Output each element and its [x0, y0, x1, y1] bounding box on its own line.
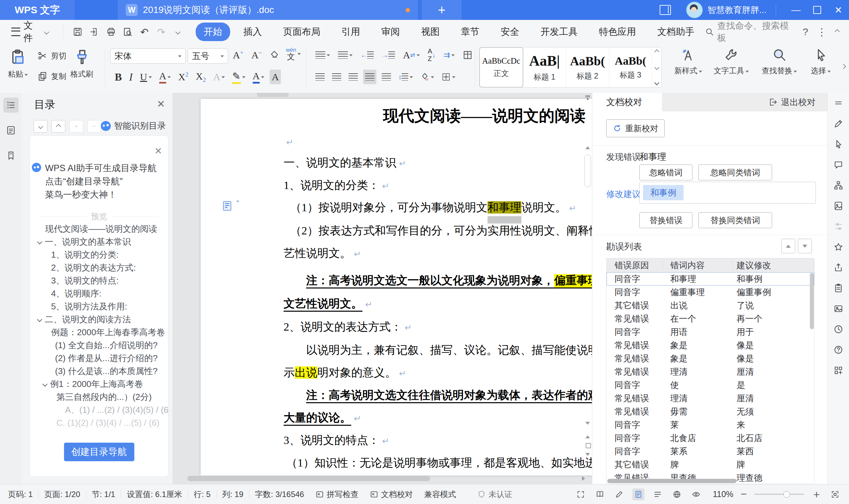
minimize-button[interactable]: — [785, 0, 807, 20]
borders-button[interactable] [439, 70, 457, 84]
styles-more[interactable] [654, 80, 659, 86]
errata-row-0[interactable]: 同音字和事理和事例 [607, 272, 814, 286]
decrease-indent-button[interactable]: ← [359, 48, 376, 62]
errata-row-5[interactable]: 常见错误象是像是 [607, 339, 814, 352]
style-normal[interactable]: AaBbCcDc 正文 [479, 47, 523, 88]
align-right-button[interactable] [347, 70, 360, 84]
replace-same-button[interactable]: 替换同类错词 [699, 212, 772, 228]
toc-item-11[interactable]: (3) 什么是该...的本质属性? [30, 365, 168, 378]
toc-panel-button[interactable] [3, 97, 19, 113]
web-view-button[interactable] [671, 488, 683, 500]
zoom-slider[interactable] [754, 494, 804, 495]
errata-next-button[interactable] [798, 239, 812, 253]
new-tab-button[interactable]: + [422, 0, 462, 20]
status-item-3[interactable]: 设置值: 6.1厘米 [127, 489, 182, 500]
margin-comment-button[interactable] [221, 200, 239, 212]
shading-button[interactable] [418, 70, 436, 84]
find-replace-button[interactable]: 查找替换 [758, 48, 801, 76]
menu-tab-7[interactable]: 安全 [493, 22, 527, 41]
errata-row-8[interactable]: 同音字使是 [607, 378, 814, 392]
status-item-5[interactable]: 列: 19 [222, 489, 243, 500]
menu-tab-8[interactable]: 开发工具 [532, 22, 586, 41]
increase-font-button[interactable]: A+ [231, 48, 246, 62]
ribbon-expand-button[interactable] [842, 64, 845, 70]
errata-row-12[interactable]: 同音字北食店北石店 [607, 431, 814, 445]
text-tool-button[interactable]: 文字工具 [710, 48, 753, 76]
share-button[interactable] [833, 263, 843, 273]
paste-button[interactable]: 粘贴 [8, 48, 28, 79]
split-view-icon[interactable] [660, 5, 671, 15]
show-marks-button[interactable]: ⇉ [441, 48, 457, 62]
clear-format-button[interactable] [267, 48, 281, 62]
increase-indent-button[interactable]: → [380, 48, 397, 62]
scroll-up-arrow[interactable] [585, 144, 590, 149]
annotation-panel-button[interactable] [3, 123, 19, 138]
file-menu[interactable]: 文件 [0, 19, 57, 44]
print-preview-button[interactable] [120, 24, 136, 40]
toc-expand-all-button[interactable] [34, 120, 48, 133]
favorites-button[interactable] [833, 242, 843, 252]
toc-item-8[interactable]: 例题：2000年上海春季高考卷 [30, 326, 168, 339]
font-size-select[interactable]: 五号 [188, 49, 228, 64]
proofread-toggle[interactable]: 文档校对 [370, 489, 413, 500]
proofread-tab[interactable]: 文档校对 [592, 93, 662, 111]
quickbar-more-button[interactable] [169, 24, 186, 40]
certification-status[interactable]: 未认证 [477, 489, 512, 500]
menu-tab-6[interactable]: 章节 [453, 22, 488, 41]
menu-tab-5[interactable]: 视图 [413, 22, 448, 41]
bold-button[interactable]: B [113, 70, 124, 84]
document-area[interactable]: 现代文阅读——说明文的阅读↵一、说明文的基本常识↵1、说明文的分类：↵（1）按说… [173, 93, 592, 484]
toc-item-2[interactable]: 1、说明文的分类: [30, 248, 168, 261]
redo-button[interactable]: ↷ [153, 24, 169, 40]
errata-col-0[interactable]: 错误原因 [607, 260, 663, 270]
superscript-button[interactable]: X2 [176, 70, 191, 84]
smart-toc-button[interactable]: 智能识别目录 [101, 120, 166, 132]
help-panel-button[interactable] [833, 345, 843, 355]
phonetic-guide-button[interactable]: wén文 [284, 47, 303, 61]
status-item-0[interactable]: 页码: 1 [8, 489, 33, 500]
export-button[interactable] [86, 24, 103, 40]
menu-tab-1[interactable]: 插入 [235, 22, 270, 41]
fit-page-button[interactable] [829, 488, 841, 500]
avatar[interactable] [686, 2, 703, 18]
toc-item-7[interactable]: 二、说明文的阅读方法 [30, 313, 168, 326]
more-menu-button[interactable]: ⋮ [817, 26, 827, 38]
help-button[interactable]: ? [802, 26, 808, 37]
zoom-out-button[interactable]: − [741, 488, 747, 500]
highlight-color-button[interactable]: ✎ [230, 70, 247, 84]
copy-button[interactable]: 复制 [37, 71, 66, 82]
select-tool-button[interactable] [833, 139, 843, 149]
text-effects-button[interactable]: A [211, 70, 227, 84]
replace-button[interactable]: 替换错误 [639, 212, 692, 228]
errata-row-1[interactable]: 同音字偏重事理偏重事例 [607, 286, 814, 299]
settings-button[interactable] [833, 221, 843, 231]
compat-mode[interactable]: 兼容模式 [424, 489, 456, 500]
structure-button[interactable] [833, 180, 843, 190]
print-button[interactable] [103, 24, 119, 40]
styles-scroll-up[interactable] [654, 49, 659, 55]
style-heading2[interactable]: AaBb( 标题 2 [566, 48, 609, 87]
toc-item-1[interactable]: 一、说明文的基本常识 [30, 235, 168, 248]
insert-frame-button[interactable] [460, 48, 474, 62]
scroll-down-arrow[interactable] [585, 422, 590, 427]
errata-col-2[interactable]: 建议修改 [733, 260, 814, 270]
exit-proofread-button[interactable]: 退出校对 [769, 93, 815, 111]
decrease-font-button[interactable]: A− [249, 48, 264, 62]
status-item-6[interactable]: 字数: 3/16546 [255, 489, 304, 500]
errata-row-13[interactable]: 同音字莱系莱西 [607, 445, 814, 458]
undo-button[interactable]: ↶ [136, 24, 152, 40]
menu-tab-9[interactable]: 特色应用 [591, 22, 644, 41]
ruler-tab[interactable] [257, 93, 289, 97]
cut-button[interactable]: 剪切 [37, 50, 66, 61]
bookmark-panel-button[interactable] [3, 148, 19, 163]
italic-button[interactable]: I [127, 70, 134, 84]
toc-item-6[interactable]: 5、说明方法及作用: [30, 300, 168, 313]
document-page[interactable]: 现代文阅读——说明文的阅读↵一、说明文的基本常识↵1、说明文的分类：↵（1）按说… [201, 99, 592, 475]
ignore-same-button[interactable]: 忽略同类错词 [699, 164, 772, 180]
style-heading1[interactable]: AaB| 标题 1 [523, 48, 566, 87]
status-item-4[interactable]: 行: 5 [194, 489, 211, 500]
bullet-list-button[interactable] [313, 48, 332, 62]
vertical-scrollbar[interactable] [584, 94, 591, 473]
horizontal-scroll-thumb[interactable] [187, 476, 430, 481]
next-page-button[interactable] [585, 453, 590, 458]
